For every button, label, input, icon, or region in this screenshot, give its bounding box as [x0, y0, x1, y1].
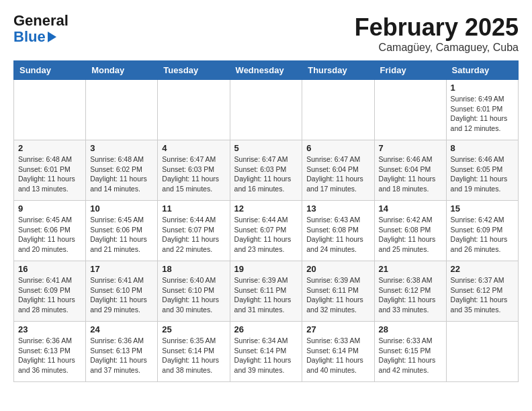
calendar-cell	[158, 80, 230, 140]
calendar-cell: 28Sunrise: 6:33 AM Sunset: 6:15 PM Dayli…	[374, 322, 446, 382]
calendar-cell: 25Sunrise: 6:35 AM Sunset: 6:14 PM Dayli…	[158, 322, 230, 382]
calendar-cell: 19Sunrise: 6:39 AM Sunset: 6:11 PM Dayli…	[230, 261, 302, 322]
day-info: Sunrise: 6:42 AM Sunset: 6:08 PM Dayligh…	[379, 215, 442, 255]
header: General Blue February 2025 Camagüey, Cam…	[13, 13, 519, 54]
day-number: 14	[379, 203, 442, 214]
day-info: Sunrise: 6:33 AM Sunset: 6:14 PM Dayligh…	[306, 336, 369, 375]
calendar-cell: 21Sunrise: 6:38 AM Sunset: 6:12 PM Dayli…	[374, 261, 446, 322]
day-number: 26	[234, 324, 298, 334]
day-info: Sunrise: 6:48 AM Sunset: 6:01 PM Dayligh…	[18, 154, 81, 194]
day-info: Sunrise: 6:39 AM Sunset: 6:11 PM Dayligh…	[306, 275, 369, 315]
calendar-cell: 4Sunrise: 6:47 AM Sunset: 6:03 PM Daylig…	[158, 140, 230, 201]
day-info: Sunrise: 6:47 AM Sunset: 6:03 PM Dayligh…	[162, 154, 225, 194]
day-number: 3	[90, 143, 153, 153]
calendar-cell: 23Sunrise: 6:36 AM Sunset: 6:13 PM Dayli…	[14, 322, 86, 382]
day-info: Sunrise: 6:45 AM Sunset: 6:06 PM Dayligh…	[90, 215, 153, 255]
calendar-cell: 13Sunrise: 6:43 AM Sunset: 6:08 PM Dayli…	[302, 201, 374, 261]
day-number: 18	[162, 264, 225, 274]
day-info: Sunrise: 6:41 AM Sunset: 6:09 PM Dayligh…	[18, 275, 81, 315]
day-info: Sunrise: 6:42 AM Sunset: 6:09 PM Dayligh…	[451, 215, 514, 255]
calendar-cell: 8Sunrise: 6:46 AM Sunset: 6:05 PM Daylig…	[446, 140, 518, 201]
calendar-week-row: 23Sunrise: 6:36 AM Sunset: 6:13 PM Dayli…	[14, 322, 519, 382]
location-title: Camagüey, Camaguey, Cuba	[355, 42, 519, 54]
weekday-header-wednesday: Wednesday	[230, 61, 302, 80]
day-number: 1	[451, 83, 514, 93]
calendar-cell	[374, 80, 446, 140]
day-info: Sunrise: 6:36 AM Sunset: 6:13 PM Dayligh…	[90, 336, 153, 375]
day-info: Sunrise: 6:40 AM Sunset: 6:10 PM Dayligh…	[162, 275, 225, 315]
calendar-table: SundayMondayTuesdayWednesdayThursdayFrid…	[13, 60, 519, 382]
day-number: 20	[306, 264, 369, 274]
day-number: 24	[90, 324, 153, 334]
calendar-cell: 17Sunrise: 6:41 AM Sunset: 6:10 PM Dayli…	[86, 261, 158, 322]
calendar-cell: 9Sunrise: 6:45 AM Sunset: 6:06 PM Daylig…	[14, 201, 86, 261]
day-number: 25	[162, 324, 225, 334]
day-info: Sunrise: 6:47 AM Sunset: 6:03 PM Dayligh…	[234, 154, 298, 194]
day-number: 17	[90, 264, 153, 274]
calendar-cell: 14Sunrise: 6:42 AM Sunset: 6:08 PM Dayli…	[374, 201, 446, 261]
calendar-cell	[230, 80, 302, 140]
calendar-week-row: 16Sunrise: 6:41 AM Sunset: 6:09 PM Dayli…	[14, 261, 519, 322]
logo-general: General	[13, 13, 69, 28]
title-section: February 2025 Camagüey, Camaguey, Cuba	[355, 13, 519, 54]
calendar-week-row: 1Sunrise: 6:49 AM Sunset: 6:01 PM Daylig…	[14, 80, 519, 140]
calendar-cell: 27Sunrise: 6:33 AM Sunset: 6:14 PM Dayli…	[302, 322, 374, 382]
calendar-cell	[14, 80, 86, 140]
day-info: Sunrise: 6:49 AM Sunset: 6:01 PM Dayligh…	[451, 94, 514, 134]
calendar-week-row: 2Sunrise: 6:48 AM Sunset: 6:01 PM Daylig…	[14, 140, 519, 201]
day-number: 6	[306, 143, 369, 153]
day-number: 2	[18, 143, 81, 153]
day-number: 8	[451, 143, 514, 153]
day-info: Sunrise: 6:36 AM Sunset: 6:13 PM Dayligh…	[18, 336, 81, 375]
day-number: 22	[451, 264, 514, 274]
day-number: 4	[162, 143, 225, 153]
day-info: Sunrise: 6:48 AM Sunset: 6:02 PM Dayligh…	[90, 154, 153, 194]
day-number: 5	[234, 143, 298, 153]
day-number: 21	[379, 264, 442, 274]
day-number: 15	[451, 203, 514, 214]
logo-blue: Blue	[13, 28, 46, 46]
calendar-cell: 1Sunrise: 6:49 AM Sunset: 6:01 PM Daylig…	[446, 80, 518, 140]
day-number: 9	[18, 203, 81, 214]
day-info: Sunrise: 6:39 AM Sunset: 6:11 PM Dayligh…	[234, 275, 298, 315]
weekday-header-sunday: Sunday	[14, 61, 86, 80]
day-number: 28	[379, 324, 442, 334]
calendar-cell	[302, 80, 374, 140]
weekday-header-row: SundayMondayTuesdayWednesdayThursdayFrid…	[14, 61, 519, 80]
calendar-cell: 24Sunrise: 6:36 AM Sunset: 6:13 PM Dayli…	[86, 322, 158, 382]
calendar-cell: 16Sunrise: 6:41 AM Sunset: 6:09 PM Dayli…	[14, 261, 86, 322]
logo: General Blue	[13, 13, 69, 46]
calendar-cell: 12Sunrise: 6:44 AM Sunset: 6:07 PM Dayli…	[230, 201, 302, 261]
calendar-cell: 6Sunrise: 6:47 AM Sunset: 6:04 PM Daylig…	[302, 140, 374, 201]
day-info: Sunrise: 6:46 AM Sunset: 6:05 PM Dayligh…	[451, 154, 514, 194]
day-number: 7	[379, 143, 442, 153]
day-info: Sunrise: 6:47 AM Sunset: 6:04 PM Dayligh…	[306, 154, 369, 194]
calendar-week-row: 9Sunrise: 6:45 AM Sunset: 6:06 PM Daylig…	[14, 201, 519, 261]
day-info: Sunrise: 6:44 AM Sunset: 6:07 PM Dayligh…	[162, 215, 225, 255]
weekday-header-tuesday: Tuesday	[158, 61, 230, 80]
day-number: 16	[18, 264, 81, 274]
day-number: 27	[306, 324, 369, 334]
calendar-cell: 22Sunrise: 6:37 AM Sunset: 6:12 PM Dayli…	[446, 261, 518, 322]
day-info: Sunrise: 6:41 AM Sunset: 6:10 PM Dayligh…	[90, 275, 153, 315]
day-info: Sunrise: 6:46 AM Sunset: 6:04 PM Dayligh…	[379, 154, 442, 194]
day-number: 19	[234, 264, 298, 274]
calendar-cell: 20Sunrise: 6:39 AM Sunset: 6:11 PM Dayli…	[302, 261, 374, 322]
calendar-cell: 15Sunrise: 6:42 AM Sunset: 6:09 PM Dayli…	[446, 201, 518, 261]
day-number: 10	[90, 203, 153, 214]
weekday-header-monday: Monday	[86, 61, 158, 80]
day-info: Sunrise: 6:38 AM Sunset: 6:12 PM Dayligh…	[379, 275, 442, 315]
day-info: Sunrise: 6:33 AM Sunset: 6:15 PM Dayligh…	[379, 336, 442, 375]
calendar-cell: 2Sunrise: 6:48 AM Sunset: 6:01 PM Daylig…	[14, 140, 86, 201]
weekday-header-thursday: Thursday	[302, 61, 374, 80]
month-title: February 2025	[355, 13, 519, 42]
calendar-cell: 7Sunrise: 6:46 AM Sunset: 6:04 PM Daylig…	[374, 140, 446, 201]
day-info: Sunrise: 6:44 AM Sunset: 6:07 PM Dayligh…	[234, 215, 298, 255]
calendar-cell: 10Sunrise: 6:45 AM Sunset: 6:06 PM Dayli…	[86, 201, 158, 261]
calendar-cell: 11Sunrise: 6:44 AM Sunset: 6:07 PM Dayli…	[158, 201, 230, 261]
calendar-cell: 3Sunrise: 6:48 AM Sunset: 6:02 PM Daylig…	[86, 140, 158, 201]
weekday-header-friday: Friday	[374, 61, 446, 80]
day-info: Sunrise: 6:37 AM Sunset: 6:12 PM Dayligh…	[451, 275, 514, 315]
logo-arrow-icon	[48, 32, 56, 42]
day-info: Sunrise: 6:34 AM Sunset: 6:14 PM Dayligh…	[234, 336, 298, 375]
